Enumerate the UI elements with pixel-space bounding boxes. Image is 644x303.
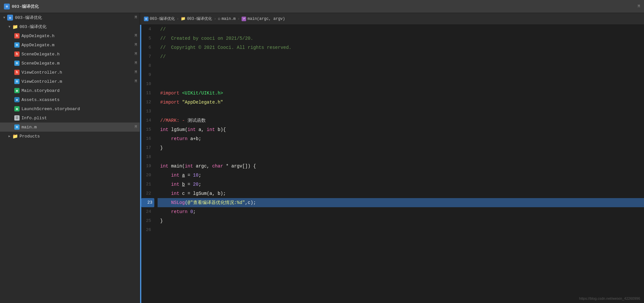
sidebar-item-appdelegate-h[interactable]: h AppDelegate.h M <box>0 31 140 40</box>
project-root-icon: ▤ <box>7 15 13 21</box>
code-plain-16c: a+b; <box>188 134 201 143</box>
breadcrumb-file-label: main.m <box>221 17 235 21</box>
code-comment-7: // <box>160 52 166 61</box>
sidebar-label-products: Products <box>20 134 137 139</box>
code-kw-19a: int <box>160 162 168 171</box>
sidebar-item-viewcontroller-h[interactable]: h ViewController.h M <box>0 68 140 77</box>
sidebar-badge-appdelegate-h: M <box>135 34 137 38</box>
code-line-7: // <box>158 52 644 61</box>
code-line-26 <box>158 225 644 235</box>
breadcrumb-sep-3: › <box>238 17 240 21</box>
h-icon-appdelegate: h <box>14 33 20 38</box>
code-mark-14b: 测试函数 <box>185 116 206 125</box>
line-numbers: 4 5 6 7 8 9 10 11 12 13 14 15 16 17 18 1… <box>141 25 158 303</box>
ln-14: 14 <box>141 116 154 125</box>
ln-23: 23 <box>141 198 154 207</box>
h-icon-scenedelegate: h <box>14 51 20 57</box>
code-line-25: } <box>158 216 644 225</box>
code-nslog-23b: NSLog <box>171 198 185 207</box>
sidebar-label-assets: Assets.xcassets <box>21 97 137 102</box>
code-plain-25: } <box>160 216 163 225</box>
breadcrumb-sep-1: › <box>177 17 179 21</box>
sidebar: ▤ 003-编译优化 M 📁 003-编译优化 h AppDelegate.h … <box>0 13 140 303</box>
sidebar-group-label: 003-编译优化 <box>20 24 137 30</box>
breadcrumb-file[interactable]: ◻ main.m <box>218 17 236 21</box>
editor-panel: ▤ 003-编译优化 › 📁 003-编译优化 › ◻ main.m › f m… <box>140 13 644 303</box>
code-plain-22a <box>160 189 171 198</box>
code-string-12: "AppDelegate.h" <box>182 98 223 107</box>
sidebar-label-main-storyboard: Main.storyboard <box>21 88 137 93</box>
sidebar-item-main-m[interactable]: m main.m M <box>0 123 140 132</box>
code-num-20f: 10 <box>193 171 199 180</box>
breadcrumb-folder[interactable]: 📁 003-编译优化 <box>181 16 212 22</box>
sidebar-project-root[interactable]: ▤ 003-编译优化 M <box>0 13 140 22</box>
sidebar-group-folder[interactable]: 📁 003-编译优化 <box>0 22 140 31</box>
ln-10: 10 <box>141 79 154 89</box>
sidebar-label-appdelegate-h: AppDelegate.h <box>21 34 135 38</box>
sidebar-item-viewcontroller-m[interactable]: m ViewController.m M <box>0 77 140 86</box>
triangle-group <box>8 25 11 28</box>
ln-9: 9 <box>141 70 154 79</box>
code-var-21d: b <box>182 180 185 189</box>
ln-8: 8 <box>141 61 154 70</box>
breadcrumb-file-icon: ◻ <box>218 17 220 21</box>
breadcrumb-sep-2: › <box>214 17 216 21</box>
breadcrumb-func[interactable]: f main(argc, argv) <box>242 17 285 21</box>
code-preprocessor-12a: #import <box>160 98 182 107</box>
plist-icon: ☰ <box>14 115 20 121</box>
breadcrumb: ▤ 003-编译优化 › 📁 003-编译优化 › ◻ main.m › f m… <box>140 13 644 25</box>
ln-21: 21 <box>141 180 154 189</box>
sidebar-item-scenedelegate-m[interactable]: m SceneDelegate.m M <box>0 59 140 68</box>
breadcrumb-project-label: 003-编译优化 <box>150 16 175 22</box>
code-plain-20a <box>160 171 171 180</box>
ln-16: 16 <box>141 134 154 143</box>
sidebar-item-products[interactable]: 📁 Products <box>0 132 140 141</box>
sidebar-label-launchscreen-storyboard: LaunchScreen.storyboard <box>21 107 137 111</box>
title-bar-text: 003-编译优化 <box>12 4 39 9</box>
sidebar-item-scenedelegate-h[interactable]: h SceneDelegate.h M <box>0 50 140 59</box>
sidebar-badge-viewcontroller-m: M <box>135 79 137 84</box>
m-icon-appdelegate: m <box>14 42 20 48</box>
sidebar-item-assets[interactable]: ◉ Assets.xcassets <box>0 95 140 104</box>
sidebar-item-launchscreen-storyboard[interactable]: ▦ LaunchScreen.storyboard <box>0 104 140 113</box>
code-kw-20b: int <box>171 171 179 180</box>
code-plain-19f: * argv[]) { <box>223 162 256 171</box>
breadcrumb-folder-icon: 📁 <box>181 16 186 21</box>
code-plain-22c: c = lgSum(a, b); <box>179 189 226 198</box>
code-kw-15a: int <box>160 125 168 134</box>
code-line-18 <box>158 152 644 162</box>
breadcrumb-project[interactable]: ▤ 003-编译优化 <box>144 16 175 22</box>
code-string-23d: @"查看编译器优化情况:%d" <box>188 198 245 207</box>
sidebar-item-appdelegate-m[interactable]: m AppDelegate.m M <box>0 40 140 50</box>
code-plain-24e: ; <box>193 207 196 216</box>
sidebar-item-main-storyboard[interactable]: ▦ Main.storyboard <box>0 86 140 95</box>
code-comment-5: // Created by cooci on 2021/5/20. <box>160 34 253 43</box>
code-line-19: int main(int argc, char * argv[]) { <box>158 162 644 171</box>
sidebar-label-appdelegate-m: AppDelegate.m <box>21 43 135 48</box>
code-plain-24a <box>160 207 171 216</box>
code-plain-23c: ( <box>185 198 188 207</box>
code-var-20d: a <box>182 171 185 180</box>
ln-13: 13 <box>141 107 154 116</box>
ln-6: 6 <box>141 43 154 52</box>
code-line-5: // Created by cooci on 2021/5/20. <box>158 34 644 43</box>
code-plain-20c <box>179 171 182 180</box>
triangle-root <box>3 16 6 19</box>
ln-25: 25 <box>141 216 154 225</box>
code-header-11: <UIKit/UIKit.h> <box>182 89 223 98</box>
ln-12: 12 <box>141 98 154 107</box>
title-bar-badge: M <box>638 4 640 9</box>
code-line-6: // Copyright © 2021 Cooci. All rights re… <box>158 43 644 52</box>
code-plain-21a <box>160 180 171 189</box>
sidebar-label-scenedelegate-m: SceneDelegate.m <box>21 61 135 66</box>
sidebar-item-info-plist[interactable]: ☰ Info.plist <box>0 113 140 123</box>
main-container: ▤ 003-编译优化 M 📁 003-编译优化 h AppDelegate.h … <box>0 13 644 303</box>
code-line-4: // <box>158 25 644 34</box>
code-lines: // // Created by cooci on 2021/5/20. // … <box>158 25 644 303</box>
xcassets-icon: ◉ <box>14 97 20 102</box>
code-area[interactable]: 4 5 6 7 8 9 10 11 12 13 14 15 16 17 18 1… <box>140 25 644 303</box>
code-plain-21c <box>179 180 182 189</box>
ln-11: 11 <box>141 89 154 98</box>
sidebar-label-info-plist: Info.plist <box>21 116 137 121</box>
code-plain-21e: = <box>185 180 193 189</box>
